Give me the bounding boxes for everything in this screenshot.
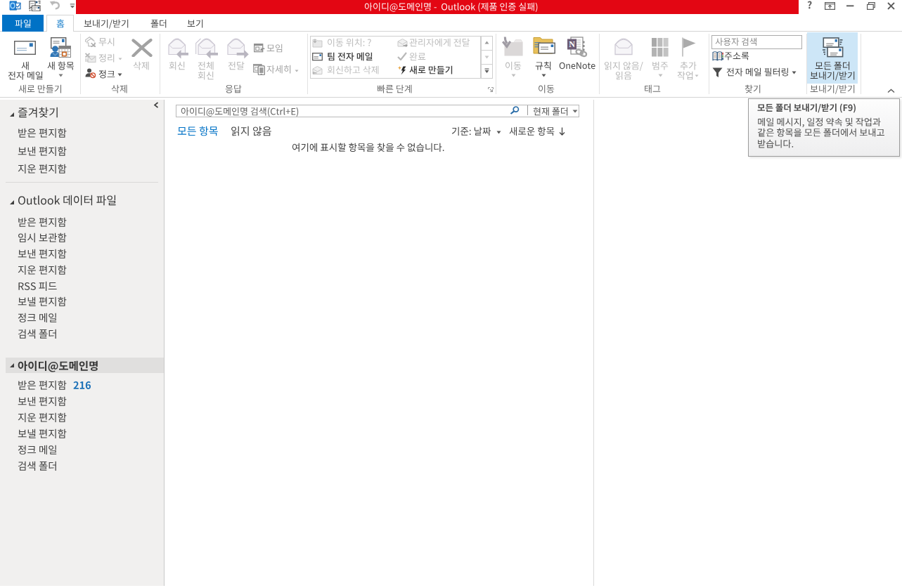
svg-text:N: N xyxy=(569,39,575,49)
